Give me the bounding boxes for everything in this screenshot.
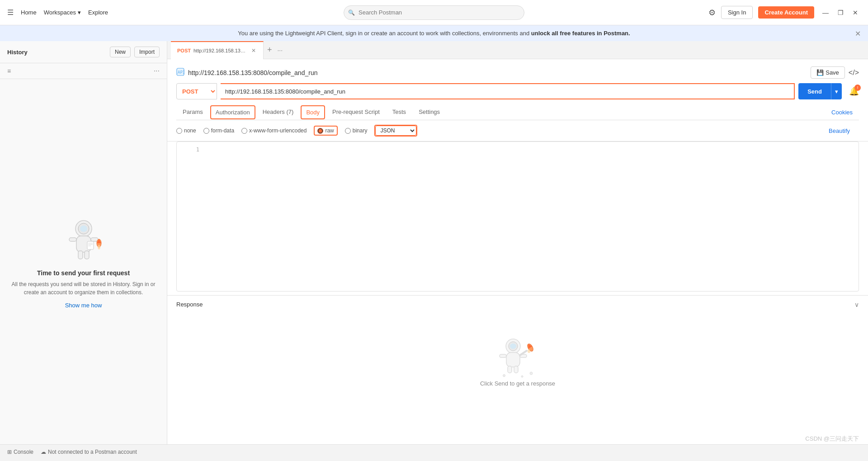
response-section: Response ∨ xyxy=(167,295,868,445)
request-tab[interactable]: POST http://192.168.158.135:8... ✕ xyxy=(171,41,264,59)
banner-text: You are using the Lightweight API Client… xyxy=(238,30,630,37)
send-dropdown-button[interactable]: ▾ xyxy=(831,83,842,99)
import-button[interactable]: Import xyxy=(134,47,160,57)
tab-prerequest[interactable]: Pre-request Script xyxy=(326,105,386,120)
response-label: Response xyxy=(176,301,203,308)
click-send-text: Click Send to get a response xyxy=(480,380,555,387)
request-area: API http://192.168.158.135:8080/compile_… xyxy=(167,59,868,120)
tab-params[interactable]: Params xyxy=(176,105,209,120)
svg-rect-7 xyxy=(85,251,89,259)
explore-link[interactable]: Explore xyxy=(88,9,108,16)
connection-status[interactable]: ☁ Not connected to a Postman account xyxy=(41,449,137,455)
close-button[interactable]: ✕ xyxy=(850,8,861,17)
astronaut-illustration xyxy=(57,215,111,269)
code-button[interactable]: </> xyxy=(849,69,859,77)
not-connected-label: Not connected to a Postman account xyxy=(48,449,137,455)
titlebar-right: ⚙ Sign In Create Account — ❐ ✕ xyxy=(708,6,861,19)
content-area: POST http://192.168.158.135:8... ✕ + ···… xyxy=(167,41,868,444)
json-format-wrapper: JSON Text JavaScript HTML XML xyxy=(374,125,417,136)
workspaces-chevron: ▾ xyxy=(78,9,81,16)
sidebar-filter-row: ≡ ··· xyxy=(0,63,167,79)
create-account-button[interactable]: Create Account xyxy=(758,6,814,19)
sidebar-empty-state: Time to send your first request All the … xyxy=(0,79,167,444)
titlebar: ☰ Home Workspaces ▾ Explore 🔍 ⚙ Sign In … xyxy=(0,0,868,25)
code-editor-area: 1 xyxy=(176,141,859,292)
workspaces-label: Workspaces xyxy=(44,9,76,16)
cookies-link[interactable]: Cookies xyxy=(825,105,859,119)
svg-point-31 xyxy=(530,372,533,375)
tab-authorization[interactable]: Authorization xyxy=(210,105,255,119)
body-option-binary[interactable]: binary xyxy=(345,127,368,134)
tab-body[interactable]: Body xyxy=(301,105,325,119)
tab-bar: POST http://192.168.158.135:8... ✕ + ··· xyxy=(167,41,868,59)
new-tab-button[interactable]: + xyxy=(264,45,276,55)
console-icon: ⊞ xyxy=(7,449,12,455)
empty-state-desc: All the requests you send will be stored… xyxy=(9,280,158,296)
code-editor-input[interactable] xyxy=(186,142,849,223)
svg-rect-18 xyxy=(506,353,520,367)
request-icon: API xyxy=(176,68,184,78)
search-input[interactable] xyxy=(344,5,524,20)
url-input[interactable] xyxy=(221,83,795,99)
tab-tests[interactable]: Tests xyxy=(386,105,412,120)
show-me-how-link[interactable]: Show me how xyxy=(65,302,102,309)
console-item[interactable]: ⊞ Console xyxy=(7,449,33,455)
signin-button[interactable]: Sign In xyxy=(721,6,753,19)
body-options: none form-data x-www-form-urlencoded raw… xyxy=(167,120,868,141)
svg-point-20 xyxy=(510,343,516,349)
tab-settings[interactable]: Settings xyxy=(412,105,446,120)
beautify-link[interactable]: Beautify xyxy=(829,127,859,134)
console-label: Console xyxy=(14,449,33,455)
menu-icon[interactable]: ☰ xyxy=(7,8,14,17)
tab-close-button[interactable]: ✕ xyxy=(250,47,257,54)
sidebar-more-icon[interactable]: ··· xyxy=(154,67,160,75)
minimize-button[interactable]: — xyxy=(820,8,831,17)
svg-point-29 xyxy=(503,375,505,377)
line-numbers: 1 xyxy=(186,142,199,157)
svg-text:API: API xyxy=(178,70,184,75)
restore-button[interactable]: ❐ xyxy=(835,8,846,17)
json-format-select[interactable]: JSON Text JavaScript HTML XML xyxy=(375,126,416,136)
svg-point-30 xyxy=(521,376,523,377)
titlebar-left: ☰ Home Workspaces ▾ Explore xyxy=(7,8,108,17)
tab-more-button[interactable]: ··· xyxy=(275,47,284,54)
svg-rect-23 xyxy=(508,366,512,373)
headers-count: (7) xyxy=(286,108,293,115)
empty-state-title: Time to send your first request xyxy=(37,269,130,277)
svg-point-27 xyxy=(528,349,530,353)
svg-rect-4 xyxy=(69,238,76,241)
sidebar-actions: New Import xyxy=(110,47,160,57)
body-option-urlencoded[interactable]: x-www-form-urlencoded xyxy=(241,127,307,134)
method-select[interactable]: POST GET PUT DELETE PATCH xyxy=(176,83,217,99)
home-link[interactable]: Home xyxy=(21,9,37,16)
search-icon: 🔍 xyxy=(348,9,355,16)
banner-close-button[interactable]: ✕ xyxy=(855,29,861,38)
main-layout: History New Import ≡ ··· xyxy=(0,41,868,444)
tab-headers[interactable]: Headers (7) xyxy=(256,105,300,120)
send-button-group: Send ▾ xyxy=(798,83,842,99)
url-bar: POST GET PUT DELETE PATCH Send ▾ 🔔 ! xyxy=(176,83,859,99)
new-button[interactable]: New xyxy=(110,47,131,57)
save-button[interactable]: 💾 Save xyxy=(811,66,845,79)
sidebar-header: History New Import xyxy=(0,41,167,63)
settings-button[interactable]: ⚙ xyxy=(708,8,716,18)
workspaces-dropdown[interactable]: Workspaces ▾ xyxy=(44,9,81,16)
body-option-raw[interactable]: raw xyxy=(314,126,337,136)
response-chevron-icon: ∨ xyxy=(854,301,859,308)
send-button[interactable]: Send xyxy=(798,83,831,99)
search-bar: 🔍 xyxy=(344,5,524,20)
request-tabs: Params Authorization Headers (7) Body Pr… xyxy=(176,105,859,120)
body-option-none[interactable]: none xyxy=(176,127,196,134)
response-header[interactable]: Response ∨ xyxy=(167,296,868,314)
body-option-form-data[interactable]: form-data xyxy=(203,127,234,134)
svg-point-3 xyxy=(80,226,87,232)
svg-point-10 xyxy=(98,245,100,249)
info-banner: You are using the Lightweight API Client… xyxy=(0,25,868,41)
filter-icon[interactable]: ≡ xyxy=(7,67,11,75)
bottom-bar: ⊞ Console ☁ Not connected to a Postman a… xyxy=(0,444,868,459)
notifications-button[interactable]: 🔔 ! xyxy=(849,86,859,96)
notification-badge: ! xyxy=(854,85,861,91)
url-display-title: http://192.168.158.135:8080/compile_and_… xyxy=(188,69,317,76)
svg-rect-24 xyxy=(514,366,518,373)
save-icon: 💾 xyxy=(816,69,824,76)
